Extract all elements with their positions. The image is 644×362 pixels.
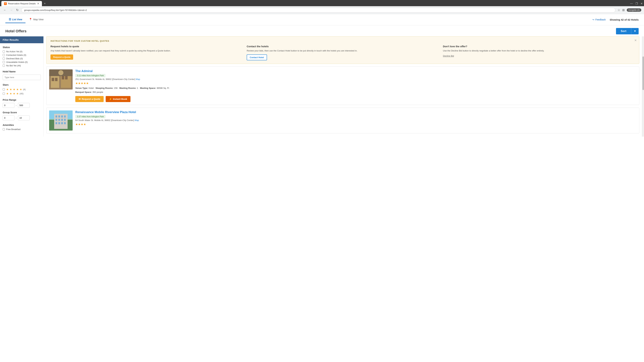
admiral-venue-type: Hotel [88, 87, 94, 89]
hotel-card-admiral-inner: The Admiral 3.11 miles from Arlington Pa… [46, 67, 639, 105]
free-breakfast-checkbox[interactable] [3, 128, 5, 130]
map-view-tab[interactable]: 📍 Map View [26, 16, 47, 23]
score-max-input[interactable] [18, 115, 30, 120]
status-no-bid-checkbox[interactable] [3, 64, 5, 67]
price-max-input[interactable] [18, 103, 30, 108]
back-button[interactable]: ← [3, 8, 7, 12]
status-unavailable: Unavailable Hotels (0) [3, 61, 41, 63]
maximize-button[interactable]: ❐ [636, 2, 638, 5]
instant-icon: ⚡ [109, 98, 112, 100]
hotel-renaissance-image-placeholder [49, 110, 72, 131]
status-no-bid-label: No Bid Yet (44) [6, 64, 21, 67]
page-title-bar: Hotel Offers Sort ▼ [0, 25, 644, 36]
hotel-name-input[interactable] [3, 75, 41, 80]
refresh-button[interactable]: ↻ [16, 7, 19, 12]
hotel-card-renaissance: Renaissance Mobile Riverview Plaza Hotel… [46, 108, 639, 133]
hotel-card-admiral: The Admiral 3.11 miles from Arlington Pa… [46, 66, 639, 105]
scrollbar[interactable] [642, 36, 644, 137]
hotel-renaissance-map-link[interactable]: Map [135, 119, 139, 121]
instructions-close-button[interactable]: ✕ [634, 38, 637, 42]
status-declined-checkbox[interactable] [3, 57, 5, 60]
instructions-col-2: Contact the hotels Review your bids, the… [247, 45, 439, 60]
svg-rect-6 [65, 76, 68, 79]
quote-icon: ✉ [79, 98, 81, 100]
sidebar: Filter Results Status No Action Yet (0) … [0, 36, 44, 137]
admiral-request-quote-button[interactable]: ✉ Request a Quote [75, 96, 104, 102]
price-min-input[interactable] [3, 103, 14, 108]
instructions-col-3: Don't love the offer? Use the Decline Bi… [443, 45, 635, 60]
instr-col2-title: Contact the hotels [247, 45, 439, 48]
request-quote-instr-button[interactable]: Request a Quote [50, 54, 73, 60]
admiral-instant-book-button[interactable]: ⚡ Instant Book [106, 96, 130, 102]
svg-rect-22 [56, 122, 57, 124]
free-breakfast-label: Free Breakfast [6, 128, 20, 131]
contact-hotel-instr-button[interactable]: Contact Hotel [247, 54, 267, 60]
hotel-admiral-map-link[interactable]: Map [136, 78, 140, 80]
sort-button[interactable]: Sort [616, 28, 631, 34]
instructions-title: INSTRUCTIONS FOR YOUR CUSTOM HOTEL QUOTE… [50, 40, 635, 42]
instr-col1-title: Request hotels to quote [50, 45, 243, 48]
star4: ★ [16, 88, 18, 91]
price-range-label: Price Range [3, 98, 41, 101]
star3: ★ [13, 88, 15, 91]
list-view-tab[interactable]: ☰ List View [5, 16, 26, 23]
address-input[interactable] [21, 8, 616, 12]
status-no-action-label: No Action Yet (0) [6, 50, 22, 53]
star5: ★ [20, 88, 22, 91]
hotel-renaissance-name[interactable]: Renaissance Mobile Riverview Plaza Hotel [75, 110, 136, 114]
price-range-row: - [3, 103, 41, 108]
status-unavailable-checkbox[interactable] [3, 61, 5, 63]
minimize-button[interactable]: — [630, 2, 633, 5]
map-view-label: Map View [33, 18, 44, 21]
svg-point-8 [58, 70, 64, 75]
star1: ★ [6, 88, 8, 91]
instructions-col-1: Request hotels to quote Any hotels that … [50, 45, 243, 60]
feedback-link[interactable]: ↪ Feedback [592, 18, 606, 21]
favicon: E [4, 2, 7, 5]
tab-close-button[interactable]: ✕ [37, 2, 39, 5]
star3: ★ [13, 92, 15, 95]
hotel-admiral-name[interactable]: The Admiral [75, 69, 92, 73]
hotel-renaissance-address: 64 South Water St. Mobile AL 36602 [Down… [75, 119, 636, 121]
main-area: INSTRUCTIONS FOR YOUR CUSTOM HOTEL QUOTE… [44, 36, 642, 137]
group-score-filter: Group Score - [3, 111, 41, 120]
five-stars-display: ★ ★ ★ ★ ★ (4) [6, 88, 26, 91]
four-star-checkbox[interactable] [3, 92, 5, 95]
status-contacted-checkbox[interactable] [3, 54, 5, 56]
hotel-name-filter: Hotel Name [3, 70, 41, 80]
group-score-label: Group Score [3, 111, 41, 114]
admiral-banquet-space: 350 people [92, 91, 103, 93]
status-no-action-checkbox[interactable] [3, 50, 5, 53]
status-label: Status [3, 46, 41, 49]
instr-col3-text: Use the Decline Bid button to directly n… [443, 49, 635, 52]
instr-col1-text: Any hotels that haven't already been not… [50, 49, 243, 52]
main-content: Filter Results Status No Action Yet (0) … [0, 36, 644, 137]
bookmark-icon[interactable]: ☆ [618, 8, 620, 12]
status-contacted: Contacted Hotels (0) [3, 54, 41, 56]
hotel-admiral-banquet: Banquet Space: 350 people [75, 90, 636, 94]
new-tab-button[interactable]: + [42, 1, 47, 6]
tab-title: Reservation Request Details [8, 2, 36, 5]
address-actions: ☆ ⊞ Incognito (2) [618, 8, 641, 12]
price-range-sep: - [16, 104, 16, 107]
close-button[interactable]: ✕ [640, 2, 643, 5]
svg-rect-3 [52, 78, 54, 81]
hotel-renaissance-address-text: 64 South Water St. Mobile AL 36602 [Down… [75, 119, 135, 121]
forward-button[interactable]: → [9, 8, 14, 12]
sort-dropdown-button[interactable]: ▼ [631, 28, 639, 34]
instr-col3-title: Don't love the offer? [443, 45, 635, 48]
extensions-icon[interactable]: ⊞ [622, 8, 625, 12]
window-controls: — ❐ ✕ [630, 2, 643, 5]
score-min-input[interactable] [3, 115, 14, 120]
hotel-admiral-details: Venue Type: Hotel Sleeping Rooms: 156 Me… [75, 86, 636, 90]
amenities-filter: Amenities Free Breakfast [3, 124, 41, 131]
five-star-checkbox[interactable] [3, 88, 5, 90]
status-declined-label: Declined Bids (0) [6, 57, 23, 60]
active-tab[interactable]: E Reservation Request Details ✕ [1, 1, 42, 6]
decline-bid-instr-button[interactable]: Decline Bid [443, 55, 454, 57]
showing-count: Showing 42 of 42 Hotels [610, 18, 639, 21]
price-range-filter: Price Range - [3, 98, 41, 108]
incognito-badge: Incognito (2) [627, 8, 641, 12]
instructions-box: INSTRUCTIONS FOR YOUR CUSTOM HOTEL QUOTE… [46, 36, 639, 64]
address-bar-row: ← → ↻ ☆ ⊞ Incognito (2) [0, 6, 644, 14]
